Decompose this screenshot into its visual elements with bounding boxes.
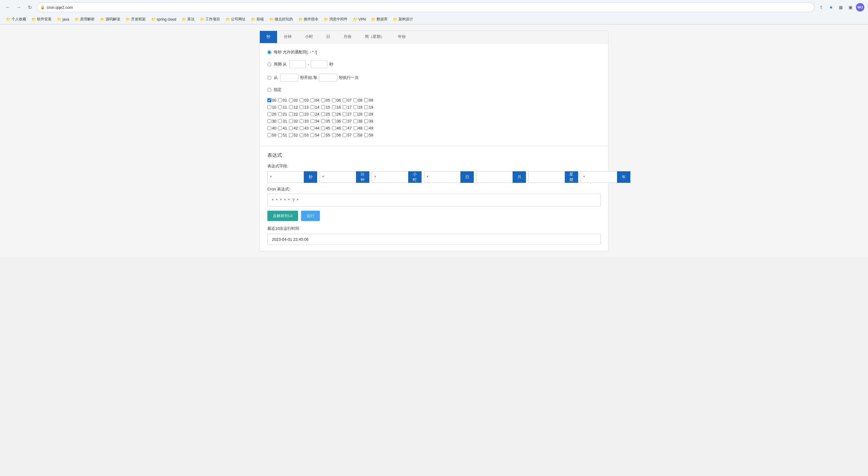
expr-input-f-day[interactable]	[424, 171, 460, 183]
checkbox-32[interactable]	[289, 119, 293, 123]
checkbox-item-22[interactable]: 22	[289, 112, 298, 116]
expr-input-f-month[interactable]	[476, 171, 513, 183]
checkbox-33[interactable]	[300, 119, 304, 123]
bookmark-item-bm5[interactable]: 📁源码解读	[98, 16, 123, 23]
checkbox-55[interactable]	[321, 133, 325, 137]
tab-tab-week[interactable]: 周（星期）	[358, 31, 391, 43]
checkbox-09[interactable]	[364, 98, 368, 102]
checkbox-item-27[interactable]: 27	[343, 112, 351, 116]
bookmark-item-bm13[interactable]: 📁操作指令	[296, 16, 321, 23]
checkbox-20[interactable]	[268, 112, 271, 116]
checkbox-52[interactable]	[289, 133, 293, 137]
checkbox-item-16[interactable]: 16	[332, 105, 341, 109]
checkbox-item-02[interactable]: 02	[289, 98, 298, 102]
bookmark-item-bm2[interactable]: 📁软件安装	[29, 16, 54, 23]
checkbox-item-51[interactable]: 51	[278, 133, 287, 137]
bookmark-item-bm14[interactable]: 📁消息中间件	[321, 16, 350, 23]
checkbox-14[interactable]	[310, 105, 314, 109]
checkbox-06[interactable]	[332, 98, 336, 102]
checkbox-item-38[interactable]: 38	[353, 119, 362, 124]
checkbox-item-11[interactable]: 11	[278, 105, 287, 109]
checkbox-item-52[interactable]: 52	[289, 133, 298, 137]
checkbox-item-29[interactable]: 29	[364, 112, 373, 116]
checkbox-42[interactable]	[289, 126, 293, 130]
period-to-input[interactable]: 2	[311, 60, 328, 68]
checkbox-48[interactable]	[353, 126, 358, 130]
bookmark-item-bm12[interactable]: 📁做点好玩的	[267, 16, 295, 23]
checkbox-38[interactable]	[353, 119, 358, 123]
checkbox-item-26[interactable]: 26	[332, 112, 341, 116]
checkbox-item-19[interactable]: 19	[364, 105, 373, 109]
checkbox-item-57[interactable]: 57	[343, 133, 351, 137]
btn-run[interactable]: 运行	[301, 211, 320, 221]
checkbox-01[interactable]	[278, 98, 282, 102]
checkbox-item-12[interactable]: 12	[289, 105, 298, 109]
checkbox-item-04[interactable]: 04	[310, 98, 319, 102]
tab-tab-day[interactable]: 日	[319, 31, 337, 43]
refresh-button[interactable]: ↻	[26, 3, 34, 11]
share-button[interactable]: ⇪	[817, 3, 826, 11]
checkbox-00[interactable]	[268, 98, 271, 102]
checkbox-item-17[interactable]: 17	[343, 105, 351, 109]
checkbox-item-34[interactable]: 34	[310, 119, 319, 124]
bookmark-item-bm11[interactable]: 📁前端	[249, 16, 266, 23]
radio-from[interactable]	[268, 76, 271, 80]
checkbox-56[interactable]	[332, 133, 336, 137]
checkbox-41[interactable]	[278, 126, 282, 130]
checkbox-44[interactable]	[310, 126, 314, 130]
checkbox-item-06[interactable]: 06	[332, 98, 341, 102]
checkbox-item-08[interactable]: 08	[353, 98, 362, 102]
checkbox-item-30[interactable]: 30	[268, 119, 276, 124]
from-step-input[interactable]: 1	[319, 74, 337, 81]
bookmark-item-bm17[interactable]: 📁架构设计	[391, 16, 415, 23]
checkbox-13[interactable]	[300, 105, 304, 109]
checkbox-29[interactable]	[364, 112, 368, 116]
checkbox-item-37[interactable]: 37	[343, 119, 351, 124]
checkbox-03[interactable]	[300, 98, 304, 102]
checkbox-24[interactable]	[310, 112, 314, 116]
checkbox-item-13[interactable]: 13	[300, 105, 308, 109]
checkbox-49[interactable]	[364, 126, 368, 130]
checkbox-23[interactable]	[300, 112, 304, 116]
checkbox-59[interactable]	[364, 133, 368, 137]
radio-period[interactable]	[268, 63, 271, 66]
from-start-input[interactable]: 0	[280, 74, 298, 81]
tab-tab-year[interactable]: 年份	[391, 31, 412, 43]
checkbox-51[interactable]	[278, 133, 282, 137]
checkbox-54[interactable]	[310, 133, 314, 137]
checkbox-02[interactable]	[289, 98, 293, 102]
period-from-input[interactable]: 1	[289, 60, 306, 68]
checkbox-item-14[interactable]: 14	[310, 105, 319, 109]
checkbox-item-01[interactable]: 01	[278, 98, 287, 102]
checkbox-16[interactable]	[332, 105, 336, 109]
checkbox-item-32[interactable]: 32	[289, 119, 298, 124]
radio-specify[interactable]	[268, 88, 271, 92]
back-button[interactable]: ←	[4, 3, 12, 11]
radio-every-sec[interactable]	[268, 50, 271, 54]
checkbox-item-53[interactable]: 53	[300, 133, 308, 137]
checkbox-item-15[interactable]: 15	[321, 105, 330, 109]
address-bar[interactable]: 🔒 cron.qqe2.com	[36, 2, 814, 12]
specify-label[interactable]: 指定	[274, 87, 282, 93]
checkbox-07[interactable]	[343, 98, 347, 102]
bookmark-item-bm7[interactable]: 📁spring cloud	[149, 16, 179, 23]
checkbox-19[interactable]	[364, 105, 368, 109]
expr-input-f-year[interactable]	[581, 171, 617, 183]
expr-input-f-week[interactable]	[528, 171, 565, 183]
checkbox-item-03[interactable]: 03	[300, 98, 308, 102]
checkbox-58[interactable]	[353, 133, 358, 137]
checkbox-item-58[interactable]: 58	[353, 133, 362, 137]
tab-tab-hour[interactable]: 小时	[298, 31, 319, 43]
forward-button[interactable]: →	[14, 3, 23, 11]
checkbox-item-35[interactable]: 35	[321, 119, 330, 124]
checkbox-item-48[interactable]: 48	[353, 126, 362, 130]
checkbox-item-42[interactable]: 42	[289, 126, 298, 130]
checkbox-57[interactable]	[343, 133, 347, 137]
checkbox-item-24[interactable]: 24	[310, 112, 319, 116]
bookmark-item-bm9[interactable]: 📁工作项目	[197, 16, 222, 23]
checkbox-46[interactable]	[332, 126, 336, 130]
period-label[interactable]: 周期 从	[274, 62, 287, 67]
checkbox-item-41[interactable]: 41	[278, 126, 287, 130]
checkbox-04[interactable]	[310, 98, 314, 102]
bookmark-item-bm16[interactable]: 📁数据库	[369, 16, 390, 23]
